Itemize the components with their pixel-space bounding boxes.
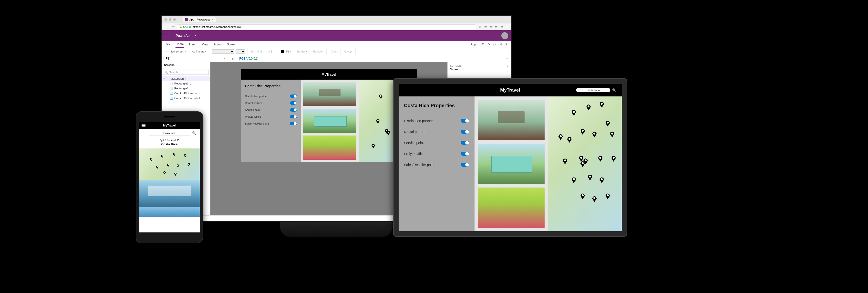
toggle-switch[interactable]: [461, 141, 469, 145]
map-pin-icon[interactable]: [156, 166, 158, 169]
search-icon[interactable]: 🔍: [612, 88, 616, 92]
bookmark-icon[interactable]: ☆: [478, 25, 482, 29]
theme-dropdown[interactable]: Aa Theme: [192, 50, 206, 53]
forward-icon[interactable]: →: [168, 25, 171, 28]
map-pin-icon[interactable]: [572, 110, 576, 116]
map-pin-icon[interactable]: [386, 131, 390, 135]
user-avatar[interactable]: [501, 32, 508, 39]
gear-icon[interactable]: ⚙: [506, 64, 509, 68]
map-pin-icon[interactable]: [592, 196, 596, 202]
tab-screen[interactable]: Screen: [227, 41, 236, 48]
tree-item[interactable]: Rectangle1: [162, 86, 210, 91]
ext-icon[interactable]: ▭: [495, 25, 498, 29]
tree-root[interactable]: ▾ VisitorSignIn: [162, 76, 210, 81]
toggle-switch[interactable]: [290, 101, 297, 105]
ext-icon[interactable]: ▭: [500, 25, 503, 29]
property-selector[interactable]: Fill ▾: [163, 56, 227, 61]
tab-view[interactable]: View: [202, 41, 208, 48]
map-pin-icon[interactable]: [173, 153, 176, 156]
undo-icon[interactable]: ↶: [482, 42, 484, 46]
ext-icon[interactable]: ▭: [484, 25, 487, 29]
map-pin-icon[interactable]: [372, 144, 375, 148]
map-pin-icon[interactable]: [161, 155, 163, 158]
group-dropdown[interactable]: Group: [344, 50, 354, 53]
ext-icon[interactable]: ▭: [489, 25, 493, 29]
map-pin-icon[interactable]: [581, 194, 585, 199]
map-pin-icon[interactable]: [563, 158, 567, 164]
app-launcher-icon[interactable]: ⋮⋮⋮: [162, 30, 172, 41]
property-photo[interactable]: [478, 144, 545, 184]
tab-insert[interactable]: Insert: [189, 41, 196, 48]
map-pin-icon[interactable]: [599, 102, 604, 108]
map-pin-icon[interactable]: [163, 171, 166, 175]
map-pin-icon[interactable]: [599, 177, 604, 183]
tab-close-icon[interactable]: ×: [212, 18, 213, 21]
tree-item[interactable]: ConfirmPictureLabel: [162, 96, 210, 100]
redo-icon[interactable]: ↷: [488, 42, 490, 46]
property-photo[interactable]: [139, 180, 200, 207]
reorder-dropdown[interactable]: Reorder: [313, 50, 324, 53]
bold-icon[interactable]: B: [251, 50, 253, 53]
help-icon[interactable]: ?: [505, 42, 507, 46]
map-pin-icon[interactable]: [558, 134, 563, 140]
window-max-icon[interactable]: [173, 18, 176, 21]
share-icon[interactable]: ↗: [499, 42, 502, 46]
map-view[interactable]: [139, 148, 200, 180]
font-color-icon[interactable]: A: [268, 50, 270, 53]
map-pin-icon[interactable]: [376, 119, 379, 123]
map-pin-icon[interactable]: [177, 164, 179, 168]
property-photo[interactable]: [303, 136, 356, 160]
property-photo[interactable]: [303, 109, 356, 133]
map-pin-icon[interactable]: [184, 154, 186, 157]
property-photo[interactable]: [303, 82, 356, 106]
formula-input[interactable]: RGBA(0,0,0,1): [237, 56, 504, 61]
toggle-switch[interactable]: [461, 163, 469, 167]
map-pin-icon[interactable]: [567, 137, 572, 143]
toggle-switch[interactable]: [290, 115, 297, 118]
map-pin-icon[interactable]: [610, 131, 614, 138]
map-pin-icon[interactable]: [586, 105, 591, 110]
product-switcher[interactable]: PowerApps ▾: [172, 34, 199, 38]
underline-icon[interactable]: U: [257, 50, 259, 53]
preview-icon[interactable]: ▷: [494, 42, 496, 46]
map-pin-icon[interactable]: [167, 164, 169, 167]
map-pin-icon[interactable]: [612, 156, 616, 162]
align-dropdown[interactable]: Align: [331, 50, 338, 53]
map-pin-icon[interactable]: [598, 156, 602, 162]
search-input[interactable]: [576, 88, 610, 92]
window-min-icon[interactable]: [169, 18, 172, 21]
font-color-swatch[interactable]: [272, 50, 275, 53]
toggle-switch[interactable]: [461, 130, 469, 134]
map-pin-icon[interactable]: [572, 177, 576, 183]
map-view[interactable]: [548, 96, 622, 231]
menu-icon[interactable]: ⋮: [505, 25, 509, 29]
map-pin-icon[interactable]: [606, 194, 610, 199]
back-icon[interactable]: ←: [164, 25, 167, 28]
hamburger-icon[interactable]: [142, 124, 146, 127]
browser-tab[interactable]: App - PowerApps ×: [183, 17, 216, 22]
fontsize-dropdown[interactable]: [236, 49, 245, 54]
new-screen-button[interactable]: New screen: [170, 50, 186, 53]
map-pin-icon[interactable]: [606, 121, 610, 126]
map-pin-icon[interactable]: [588, 175, 592, 180]
reload-icon[interactable]: ⟳: [172, 25, 175, 28]
map-pin-icon[interactable]: [581, 129, 585, 135]
font-dropdown[interactable]: [212, 49, 234, 54]
tab-action[interactable]: Action: [214, 41, 222, 48]
fill-dropdown[interactable]: Fill: [286, 50, 291, 53]
toggle-switch[interactable]: [461, 152, 469, 156]
app-label[interactable]: App: [471, 43, 476, 46]
tree-search[interactable]: 🔍 Search: [163, 69, 209, 75]
property-photo[interactable]: [139, 207, 200, 217]
tab-file[interactable]: File: [165, 41, 170, 48]
border-dropdown[interactable]: Border: [297, 50, 307, 53]
map-pin-icon[interactable]: [187, 163, 190, 166]
toggle-switch[interactable]: [290, 122, 297, 125]
tab-home[interactable]: Home: [176, 41, 184, 48]
url-field[interactable]: 🔒 Secure https://test.create.powerapps.c…: [177, 24, 476, 29]
map-pin-icon[interactable]: [150, 158, 153, 161]
map-pin-icon[interactable]: [379, 94, 382, 99]
map-pin-icon[interactable]: [579, 156, 583, 162]
search-input[interactable]: [149, 130, 190, 136]
toggle-switch[interactable]: [290, 108, 297, 112]
